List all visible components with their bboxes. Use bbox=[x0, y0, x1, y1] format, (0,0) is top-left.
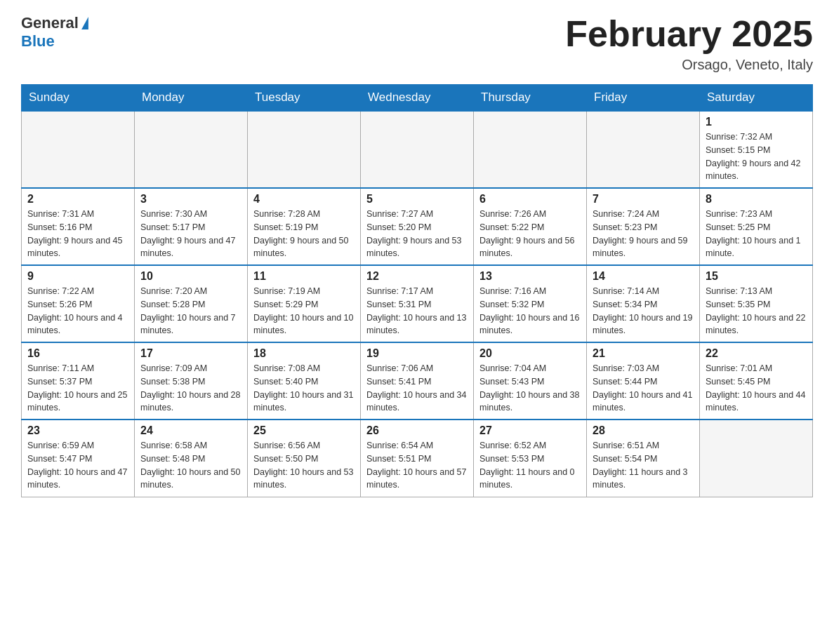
day-info: Sunrise: 6:56 AMSunset: 5:50 PMDaylight:… bbox=[253, 439, 355, 492]
day-info: Sunrise: 7:28 AMSunset: 5:19 PMDaylight:… bbox=[253, 208, 355, 260]
day-number: 2 bbox=[27, 193, 128, 206]
day-info: Sunrise: 7:08 AMSunset: 5:40 PMDaylight:… bbox=[253, 362, 355, 415]
day-number: 4 bbox=[253, 193, 355, 206]
day-info: Sunrise: 7:19 AMSunset: 5:29 PMDaylight:… bbox=[253, 285, 355, 337]
header-tuesday: Tuesday bbox=[248, 85, 361, 112]
day-info: Sunrise: 7:14 AMSunset: 5:34 PMDaylight:… bbox=[593, 285, 694, 337]
day-info: Sunrise: 7:13 AMSunset: 5:35 PMDaylight:… bbox=[706, 285, 807, 337]
logo-blue-text: Blue bbox=[21, 32, 55, 51]
week-row-5: 23Sunrise: 6:59 AMSunset: 5:47 PMDayligh… bbox=[22, 420, 813, 497]
calendar-cell-w4-d5: 21Sunrise: 7:03 AMSunset: 5:44 PMDayligh… bbox=[587, 342, 700, 420]
calendar-cell-w1-d6: 1Sunrise: 7:32 AMSunset: 5:15 PMDaylight… bbox=[700, 111, 813, 188]
day-number: 14 bbox=[593, 270, 694, 283]
page-header: General Blue February 2025 Orsago, Venet… bbox=[21, 14, 813, 73]
day-info: Sunrise: 7:30 AMSunset: 5:17 PMDaylight:… bbox=[140, 208, 241, 260]
day-number: 1 bbox=[706, 116, 807, 128]
day-number: 16 bbox=[27, 347, 128, 360]
day-info: Sunrise: 6:51 AMSunset: 5:54 PMDaylight:… bbox=[593, 439, 694, 492]
day-info: Sunrise: 7:27 AMSunset: 5:20 PMDaylight:… bbox=[366, 208, 468, 260]
day-info: Sunrise: 7:17 AMSunset: 5:31 PMDaylight:… bbox=[366, 285, 468, 337]
day-number: 9 bbox=[27, 270, 128, 283]
day-info: Sunrise: 7:11 AMSunset: 5:37 PMDaylight:… bbox=[27, 362, 128, 415]
weekday-header-row: Sunday Monday Tuesday Wednesday Thursday… bbox=[22, 85, 813, 112]
calendar-cell-w2-d3: 5Sunrise: 7:27 AMSunset: 5:20 PMDaylight… bbox=[361, 188, 474, 265]
calendar-cell-w1-d5 bbox=[587, 111, 700, 188]
day-info: Sunrise: 7:06 AMSunset: 5:41 PMDaylight:… bbox=[366, 362, 468, 415]
day-number: 17 bbox=[140, 347, 241, 360]
day-number: 5 bbox=[366, 193, 468, 206]
day-number: 7 bbox=[593, 193, 694, 206]
calendar-table: Sunday Monday Tuesday Wednesday Thursday… bbox=[21, 84, 813, 497]
logo-general-text: General bbox=[21, 14, 79, 32]
header-monday: Monday bbox=[135, 85, 248, 112]
calendar-cell-w3-d4: 13Sunrise: 7:16 AMSunset: 5:32 PMDayligh… bbox=[474, 265, 587, 342]
calendar-cell-w3-d2: 11Sunrise: 7:19 AMSunset: 5:29 PMDayligh… bbox=[248, 265, 361, 342]
title-block: February 2025 Orsago, Veneto, Italy bbox=[565, 14, 813, 73]
day-number: 8 bbox=[706, 193, 807, 206]
calendar-cell-w3-d1: 10Sunrise: 7:20 AMSunset: 5:28 PMDayligh… bbox=[135, 265, 248, 342]
day-number: 20 bbox=[479, 347, 581, 360]
calendar-cell-w2-d4: 6Sunrise: 7:26 AMSunset: 5:22 PMDaylight… bbox=[474, 188, 587, 265]
day-number: 15 bbox=[706, 270, 807, 283]
calendar-cell-w1-d1 bbox=[135, 111, 248, 188]
day-info: Sunrise: 7:16 AMSunset: 5:32 PMDaylight:… bbox=[479, 285, 581, 337]
day-number: 6 bbox=[479, 193, 581, 206]
day-number: 19 bbox=[366, 347, 468, 360]
calendar-cell-w4-d3: 19Sunrise: 7:06 AMSunset: 5:41 PMDayligh… bbox=[361, 342, 474, 420]
week-row-2: 2Sunrise: 7:31 AMSunset: 5:16 PMDaylight… bbox=[22, 188, 813, 265]
calendar-cell-w2-d6: 8Sunrise: 7:23 AMSunset: 5:25 PMDaylight… bbox=[700, 188, 813, 265]
calendar-cell-w5-d6 bbox=[700, 420, 813, 497]
day-number: 24 bbox=[140, 424, 241, 437]
header-sunday: Sunday bbox=[22, 85, 135, 112]
calendar-cell-w3-d3: 12Sunrise: 7:17 AMSunset: 5:31 PMDayligh… bbox=[361, 265, 474, 342]
day-info: Sunrise: 7:22 AMSunset: 5:26 PMDaylight:… bbox=[27, 285, 128, 337]
day-number: 18 bbox=[253, 347, 355, 360]
calendar-cell-w1-d4 bbox=[474, 111, 587, 188]
day-number: 27 bbox=[479, 424, 581, 437]
day-info: Sunrise: 7:26 AMSunset: 5:22 PMDaylight:… bbox=[479, 208, 581, 260]
day-info: Sunrise: 6:52 AMSunset: 5:53 PMDaylight:… bbox=[479, 439, 581, 492]
header-wednesday: Wednesday bbox=[361, 85, 474, 112]
day-number: 13 bbox=[479, 270, 581, 283]
calendar-cell-w4-d0: 16Sunrise: 7:11 AMSunset: 5:37 PMDayligh… bbox=[22, 342, 135, 420]
day-number: 26 bbox=[366, 424, 468, 437]
header-saturday: Saturday bbox=[700, 85, 813, 112]
day-info: Sunrise: 6:54 AMSunset: 5:51 PMDaylight:… bbox=[366, 439, 468, 492]
calendar-cell-w1-d2 bbox=[248, 111, 361, 188]
logo: General Blue bbox=[21, 14, 91, 51]
day-number: 12 bbox=[366, 270, 468, 283]
calendar-cell-w2-d5: 7Sunrise: 7:24 AMSunset: 5:23 PMDaylight… bbox=[587, 188, 700, 265]
day-info: Sunrise: 7:04 AMSunset: 5:43 PMDaylight:… bbox=[479, 362, 581, 415]
day-number: 28 bbox=[593, 424, 694, 437]
week-row-3: 9Sunrise: 7:22 AMSunset: 5:26 PMDaylight… bbox=[22, 265, 813, 342]
calendar-cell-w1-d0 bbox=[22, 111, 135, 188]
day-info: Sunrise: 7:09 AMSunset: 5:38 PMDaylight:… bbox=[140, 362, 241, 415]
calendar-cell-w4-d2: 18Sunrise: 7:08 AMSunset: 5:40 PMDayligh… bbox=[248, 342, 361, 420]
day-info: Sunrise: 6:59 AMSunset: 5:47 PMDaylight:… bbox=[27, 439, 128, 492]
calendar-cell-w3-d6: 15Sunrise: 7:13 AMSunset: 5:35 PMDayligh… bbox=[700, 265, 813, 342]
logo-arrow-icon bbox=[81, 17, 88, 29]
calendar-cell-w3-d0: 9Sunrise: 7:22 AMSunset: 5:26 PMDaylight… bbox=[22, 265, 135, 342]
calendar-cell-w4-d4: 20Sunrise: 7:04 AMSunset: 5:43 PMDayligh… bbox=[474, 342, 587, 420]
calendar-cell-w5-d5: 28Sunrise: 6:51 AMSunset: 5:54 PMDayligh… bbox=[587, 420, 700, 497]
calendar-cell-w2-d1: 3Sunrise: 7:30 AMSunset: 5:17 PMDaylight… bbox=[135, 188, 248, 265]
location-text: Orsago, Veneto, Italy bbox=[565, 57, 813, 73]
day-number: 3 bbox=[140, 193, 241, 206]
calendar-cell-w2-d0: 2Sunrise: 7:31 AMSunset: 5:16 PMDaylight… bbox=[22, 188, 135, 265]
header-thursday: Thursday bbox=[474, 85, 587, 112]
day-number: 11 bbox=[253, 270, 355, 283]
header-friday: Friday bbox=[587, 85, 700, 112]
calendar-cell-w5-d2: 25Sunrise: 6:56 AMSunset: 5:50 PMDayligh… bbox=[248, 420, 361, 497]
week-row-4: 16Sunrise: 7:11 AMSunset: 5:37 PMDayligh… bbox=[22, 342, 813, 420]
day-number: 10 bbox=[140, 270, 241, 283]
calendar-cell-w4-d1: 17Sunrise: 7:09 AMSunset: 5:38 PMDayligh… bbox=[135, 342, 248, 420]
week-row-1: 1Sunrise: 7:32 AMSunset: 5:15 PMDaylight… bbox=[22, 111, 813, 188]
calendar-cell-w5-d0: 23Sunrise: 6:59 AMSunset: 5:47 PMDayligh… bbox=[22, 420, 135, 497]
day-info: Sunrise: 7:31 AMSunset: 5:16 PMDaylight:… bbox=[27, 208, 128, 260]
day-info: Sunrise: 6:58 AMSunset: 5:48 PMDaylight:… bbox=[140, 439, 241, 492]
calendar-cell-w5-d4: 27Sunrise: 6:52 AMSunset: 5:53 PMDayligh… bbox=[474, 420, 587, 497]
calendar-cell-w3-d5: 14Sunrise: 7:14 AMSunset: 5:34 PMDayligh… bbox=[587, 265, 700, 342]
day-number: 25 bbox=[253, 424, 355, 437]
day-info: Sunrise: 7:32 AMSunset: 5:15 PMDaylight:… bbox=[706, 130, 807, 183]
calendar-cell-w1-d3 bbox=[361, 111, 474, 188]
